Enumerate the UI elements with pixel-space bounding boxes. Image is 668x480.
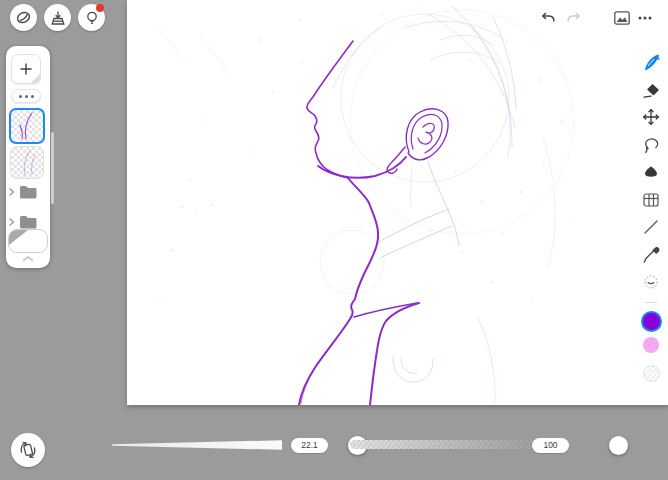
page-fold xyxy=(31,74,40,83)
layer-sketch-preview xyxy=(11,110,43,142)
lightbulb-icon xyxy=(84,10,100,26)
opacity-value-text: 100 xyxy=(543,440,557,450)
layer-thumbnail-selected[interactable] xyxy=(9,108,45,144)
dot xyxy=(25,95,28,98)
more-options-button[interactable] xyxy=(635,8,655,28)
rotate-canvas-button[interactable] xyxy=(11,433,45,467)
lasso-select-tool[interactable] xyxy=(640,134,662,156)
grid-shapes-tool[interactable] xyxy=(640,189,662,211)
tool-rail xyxy=(637,51,665,382)
undo-icon xyxy=(540,10,556,26)
drawing-canvas[interactable] xyxy=(127,0,668,405)
opacity-value: 100 xyxy=(532,438,569,453)
smudge-texture-tool[interactable] xyxy=(640,271,662,293)
layer-thumbnail[interactable] xyxy=(10,146,44,179)
background-corner-fold xyxy=(9,230,28,245)
move-arrows-icon xyxy=(641,107,661,127)
home-button[interactable] xyxy=(10,4,37,31)
brush-tool[interactable] xyxy=(640,51,662,73)
fill-tool[interactable] xyxy=(640,161,662,183)
brush-size-slider-track[interactable] xyxy=(112,438,282,452)
lasso-icon xyxy=(641,135,661,155)
opacity-slider-track[interactable] xyxy=(350,440,536,449)
layer-sketch-preview xyxy=(11,147,43,178)
add-layer-button[interactable] xyxy=(11,54,41,84)
line-icon xyxy=(641,217,661,237)
transparent-color-swatch[interactable] xyxy=(643,365,660,382)
eyedropper-tool[interactable] xyxy=(640,244,662,266)
face-profile-stroke xyxy=(307,41,353,178)
layers-panel xyxy=(6,46,50,268)
collapse-panel-button[interactable] xyxy=(18,252,38,264)
chevron-up-icon xyxy=(20,254,36,264)
move-transform-tool[interactable] xyxy=(640,106,662,128)
eraser-icon xyxy=(641,80,661,100)
notification-badge xyxy=(96,4,104,12)
learn-button[interactable] xyxy=(78,4,105,31)
divider xyxy=(645,302,657,303)
secondary-color-swatch[interactable] xyxy=(643,337,659,353)
eyedropper-icon xyxy=(641,245,661,265)
publish-export-icon xyxy=(49,9,67,27)
background-layer-thumbnail[interactable] xyxy=(8,229,48,253)
image-icon xyxy=(613,9,631,27)
panel-scrollbar[interactable] xyxy=(51,132,54,204)
add-image-button[interactable] xyxy=(612,8,632,28)
brush-size-value-text: 22.1 xyxy=(301,440,318,450)
layer-options-button[interactable] xyxy=(11,89,41,103)
folder-icon xyxy=(18,184,38,200)
eraser-tool[interactable] xyxy=(640,79,662,101)
brush-size-value: 22.1 xyxy=(291,438,328,453)
smudge-icon xyxy=(641,272,661,292)
redo-icon xyxy=(566,10,582,26)
fill-icon xyxy=(641,162,661,182)
publish-export-button[interactable] xyxy=(44,4,71,31)
line-tool[interactable] xyxy=(640,216,662,238)
chevron-right-icon xyxy=(7,186,16,198)
folder-icon xyxy=(18,214,38,230)
fresco-logo-icon xyxy=(15,9,32,26)
opacity-slider-knob[interactable] xyxy=(609,436,628,455)
sketch-artwork xyxy=(127,0,668,405)
grid-icon xyxy=(641,190,661,210)
rotate-canvas-icon xyxy=(18,440,38,460)
primary-color-swatch[interactable] xyxy=(641,311,662,332)
redo-button[interactable] xyxy=(564,8,584,28)
ellipsis-icon xyxy=(636,9,654,27)
layer-folder-row[interactable] xyxy=(7,182,47,202)
brush-icon xyxy=(641,52,661,72)
chevron-right-icon xyxy=(7,216,16,228)
undo-button[interactable] xyxy=(538,8,558,28)
dot xyxy=(31,95,34,98)
dot xyxy=(19,95,22,98)
